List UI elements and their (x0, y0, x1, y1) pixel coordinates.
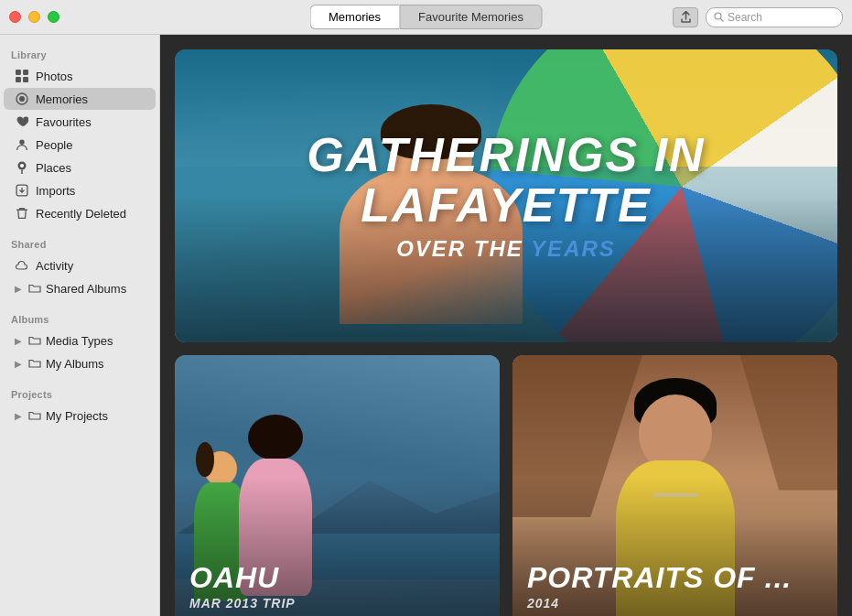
cloud-icon (15, 258, 29, 273)
sidebar-recently-deleted-label: Recently Deleted (36, 207, 126, 221)
sidebar-item-my-projects[interactable]: ▶ My Projects (4, 405, 156, 427)
projects-section-label: Projects (0, 382, 159, 404)
folder-icon (27, 281, 42, 296)
tab-memories[interactable]: Memories (309, 5, 399, 29)
large-memory-card[interactable]: GATHERINGS IN LAFAYETTE OVER THE YEARS (175, 49, 837, 342)
sidebar-media-types-label: Media Types (46, 334, 113, 348)
albums-section-label: Albums (0, 307, 159, 329)
sidebar-item-memories[interactable]: Memories (4, 88, 156, 110)
memory-subtitle: OVER THE YEARS (396, 236, 616, 262)
sidebar-item-people[interactable]: People (4, 134, 156, 156)
sidebar-photos-label: Photos (36, 70, 72, 83)
sidebar-memories-label: Memories (36, 92, 88, 106)
sidebar-item-my-albums[interactable]: ▶ My Albums (4, 352, 156, 374)
person-icon (15, 137, 29, 152)
sidebar-item-recently-deleted[interactable]: Recently Deleted (4, 202, 156, 224)
close-button[interactable] (9, 11, 21, 23)
search-placeholder: Search (728, 11, 762, 24)
sidebar-item-favourites[interactable]: Favourites (4, 111, 156, 133)
memory-subtitle-pre: OVER THE (396, 236, 531, 261)
folder-icon (27, 333, 42, 348)
grid-icon (15, 69, 29, 83)
titlebar: Memories Favourite Memories Search (0, 0, 852, 35)
portraits-card-overlay: PORTRAITS OF ... 2014 (512, 355, 837, 616)
svg-point-10 (20, 164, 24, 168)
content-area: GATHERINGS IN LAFAYETTE OVER THE YEARS (160, 35, 852, 616)
oahu-card-overlay: OAHU MAR 2013 TRIP (175, 355, 500, 616)
memory-title-line1: GATHERINGS IN (307, 128, 705, 181)
portraits-desc: 2014 (527, 596, 559, 611)
svg-rect-2 (16, 70, 21, 75)
heart-icon (15, 114, 29, 129)
portraits-title: PORTRAITS OF ... (527, 563, 792, 592)
svg-rect-4 (16, 77, 21, 82)
svg-point-7 (19, 96, 25, 102)
search-icon (714, 12, 724, 22)
svg-point-8 (19, 140, 24, 145)
svg-point-0 (715, 13, 721, 19)
chevron-icon: ▶ (15, 359, 22, 369)
import-icon (15, 183, 29, 198)
trash-icon (15, 206, 29, 221)
memory-title: GATHERINGS IN LAFAYETTE (307, 130, 705, 230)
sidebar-item-media-types[interactable]: ▶ Media Types (4, 330, 156, 351)
oahu-desc: MAR 2013 TRIP (189, 596, 296, 611)
pin-icon (15, 160, 29, 175)
tab-favourite-memories[interactable]: Favourite Memories (399, 5, 543, 29)
sidebar-imports-label: Imports (36, 184, 75, 198)
share-button[interactable] (673, 7, 698, 27)
library-section-label: Library (0, 42, 159, 64)
traffic-lights (9, 11, 59, 23)
chevron-icon: ▶ (15, 284, 22, 294)
minimize-button[interactable] (28, 11, 40, 23)
sidebar-item-shared-albums[interactable]: ▶ Shared Albums (4, 277, 156, 299)
shared-section-label: Shared (0, 232, 159, 254)
sidebar-places-label: Places (36, 161, 71, 175)
memory-subtitle-highlight: YEARS (531, 236, 616, 261)
titlebar-tabs: Memories Favourite Memories (309, 5, 543, 29)
sidebar-item-photos[interactable]: Photos (4, 65, 156, 87)
sidebar-item-activity[interactable]: Activity (4, 254, 156, 276)
sidebar-people-label: People (36, 138, 72, 152)
maximize-button[interactable] (48, 11, 59, 23)
small-cards-row: OAHU MAR 2013 TRIP (175, 355, 837, 616)
share-icon (680, 11, 692, 23)
memories-icon (15, 92, 29, 106)
folder-icon (27, 356, 42, 371)
memory-card-oahu[interactable]: OAHU MAR 2013 TRIP (175, 355, 500, 616)
memory-card-portraits[interactable]: PORTRAITS OF ... 2014 (512, 355, 837, 616)
oahu-title: OAHU (189, 563, 279, 592)
main: Library Photos Memories (0, 35, 852, 616)
memory-title-line2: LAFAYETTE (361, 178, 651, 232)
sidebar-item-places[interactable]: Places (4, 157, 156, 178)
sidebar-my-projects-label: My Projects (46, 409, 108, 423)
chevron-icon: ▶ (15, 336, 22, 346)
sidebar-activity-label: Activity (36, 259, 73, 273)
sidebar: Library Photos Memories (0, 35, 160, 616)
sidebar-my-albums-label: My Albums (46, 357, 104, 371)
svg-rect-5 (23, 77, 28, 82)
titlebar-actions: Search (673, 7, 843, 27)
folder-icon (27, 408, 42, 423)
svg-line-1 (721, 19, 724, 22)
memory-overlay: GATHERINGS IN LAFAYETTE OVER THE YEARS (175, 49, 837, 342)
svg-rect-3 (23, 70, 28, 75)
sidebar-item-imports[interactable]: Imports (4, 179, 156, 201)
chevron-icon: ▶ (15, 411, 22, 421)
sidebar-favourites-label: Favourites (36, 115, 92, 129)
sidebar-shared-albums-label: Shared Albums (46, 282, 126, 296)
search-bar[interactable]: Search (706, 7, 843, 27)
